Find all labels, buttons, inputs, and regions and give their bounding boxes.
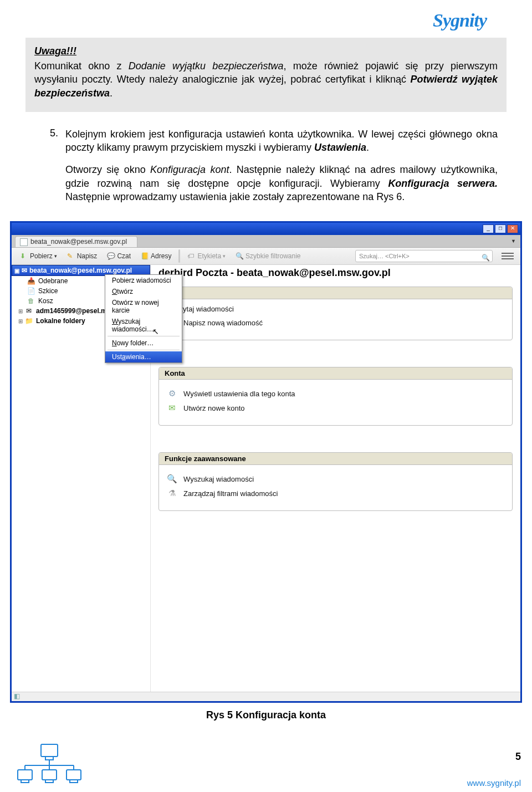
folder-sidebar: ▣ ✉ beata_nowak@pesel.msw.gov.pl 📥Odebra… [12, 265, 151, 692]
figure-caption: Rys 5 Konfiguracja konta [34, 709, 498, 721]
ctx-get-messages[interactable]: Pobierz wiadomości [105, 275, 182, 286]
window-titlebar: ▼ _ □ ✕ [12, 223, 520, 235]
section-accounts: Konta ⚙ Wyświetl ustawienia dla tego kon… [158, 367, 513, 426]
status-icon: ◧ [14, 692, 20, 700]
toolbar: ⬇Pobierz▾ ✎Napisz 💬Czat 📒Adresy 🏷Etykiet… [12, 248, 520, 265]
ctx-separator [108, 336, 180, 336]
note-text: Komunikat okno z Dodanie wyjątku bezpiec… [34, 59, 498, 100]
page-number: 5 [467, 751, 521, 763]
search-icon: 🔍 [236, 252, 243, 260]
quick-filter-button[interactable]: 🔍Szybkie filtrowanie [232, 251, 304, 262]
folder-icon: 📁 [25, 317, 33, 325]
filter-icon: ⚗ [166, 488, 178, 498]
collapse-icon[interactable]: ▣ [14, 268, 19, 274]
tag-icon: 🏷 [187, 252, 195, 260]
link-manage-filters[interactable]: ⚗ Zarządzaj filtrami wiadomości [166, 488, 505, 498]
svg-rect-10 [21, 780, 29, 783]
ctx-settings[interactable]: Ustawienia… [105, 351, 182, 362]
svg-rect-8 [42, 770, 57, 780]
section-header-email: ail [159, 287, 512, 299]
link-write-message[interactable]: ✎ Napisz nową wiadomość [166, 318, 505, 328]
status-bar: ◧ [12, 692, 520, 701]
address-book-button[interactable]: 📒Adresy [137, 251, 175, 262]
ctx-new-folder[interactable]: Nowy folder… [105, 338, 182, 349]
toolbar-separator [178, 249, 180, 263]
tag-button[interactable]: 🏷Etykieta▾ [183, 251, 229, 262]
svg-rect-12 [70, 780, 78, 783]
thunderbird-window: ▼ _ □ ✕ beata_nowak@pesel.msw.gov.pl ▼ ⬇… [10, 221, 522, 703]
get-messages-button[interactable]: ⬇Pobierz▾ [16, 251, 61, 262]
ctx-open-tab[interactable]: Otwórz w nowej karcie [105, 297, 182, 316]
trash-icon: 🗑 [27, 297, 35, 305]
section-header-advanced: Funkcje zaawansowane [159, 453, 512, 465]
ctx-search[interactable]: Wyszukaj wiadomości… [105, 316, 182, 335]
write-button[interactable]: ✎Napisz [63, 251, 101, 262]
link-read-messages[interactable]: rzeczytaj wiadomości [166, 305, 505, 313]
ctx-separator [108, 350, 180, 350]
mail-add-icon: ✉ [166, 403, 178, 413]
search-icon: 🔍 [482, 252, 490, 263]
expand-icon[interactable]: ⊞ [17, 318, 24, 324]
note-title: Uwaga!!! [34, 45, 498, 57]
menu-button[interactable] [499, 250, 516, 262]
pencil-icon: ✎ [67, 252, 75, 260]
expand-icon[interactable]: ⊞ [17, 308, 24, 314]
footer-site: www.sygnity.pl [467, 778, 521, 788]
page-icon [20, 238, 28, 246]
list-number: 5. [50, 127, 65, 212]
page-footer: 5 www.sygnity.pl [0, 743, 532, 792]
chat-icon: 💬 [107, 252, 115, 260]
svg-rect-9 [66, 770, 81, 780]
chat-button[interactable]: 💬Czat [103, 251, 135, 262]
ctx-open[interactable]: Otwórz [105, 286, 182, 297]
section-header-accounts: Konta [159, 367, 512, 380]
tab-account[interactable]: beata_nowak@pesel.msw.gov.pl [15, 236, 137, 247]
computer-network-icon [0, 743, 83, 788]
paragraph-1: Kolejnym krokiem jest konfiguracja ustaw… [65, 127, 498, 155]
svg-rect-0 [41, 744, 58, 757]
cursor-icon: ↖ [152, 327, 159, 336]
body-text: 5. Kolejnym krokiem jest konfiguracja us… [34, 127, 498, 212]
minimize-button[interactable]: _ [483, 224, 494, 233]
book-icon: 📒 [141, 252, 149, 260]
section-advanced: Funkcje zaawansowane 🔍 Wyszukaj wiadomoś… [158, 452, 513, 511]
sygnity-logo: Sygnity [433, 10, 487, 31]
svg-rect-11 [45, 780, 53, 783]
mail-icon: ✉ [25, 307, 33, 315]
maximize-button[interactable]: □ [495, 224, 506, 233]
inbox-icon: 📥 [27, 277, 35, 285]
mail-icon: ✉ [22, 267, 27, 274]
account-page-title: derbird Poczta - beata_nowak@pesel.msw.g… [158, 267, 513, 279]
paragraph-2: Otworzy się okno Konfiguracja kont. Nast… [65, 163, 498, 203]
link-new-account[interactable]: ✉ Utwórz nowe konto [166, 403, 505, 413]
tab-bar: beata_nowak@pesel.msw.gov.pl ▼ [12, 235, 520, 248]
tabs-dropdown-icon[interactable]: ▼ [511, 238, 516, 244]
account-page: derbird Poczta - beata_nowak@pesel.msw.g… [151, 265, 520, 692]
search-icon: 🔍 [166, 474, 178, 484]
warning-note: Uwaga!!! Komunikat okno z Dodanie wyjątk… [25, 38, 507, 112]
context-menu: Pobierz wiadomości Otwórz Otwórz w nowej… [105, 274, 182, 363]
link-account-settings[interactable]: ⚙ Wyświetl ustawienia dla tego konta [166, 389, 505, 398]
section-email: ail rzeczytaj wiadomości ✎ Napisz nową w… [158, 287, 513, 340]
svg-rect-1 [45, 757, 53, 760]
drafts-icon: 📄 [27, 287, 35, 295]
link-search-messages[interactable]: 🔍 Wyszukaj wiadomości [166, 474, 505, 484]
header-logo-row: Sygnity [34, 10, 498, 31]
download-icon: ⬇ [20, 252, 28, 260]
search-input[interactable]: Szukaj… <Ctrl+K> 🔍 [355, 250, 493, 262]
svg-rect-7 [18, 770, 32, 780]
gear-icon: ⚙ [166, 389, 178, 398]
close-button[interactable]: ✕ [507, 224, 518, 233]
